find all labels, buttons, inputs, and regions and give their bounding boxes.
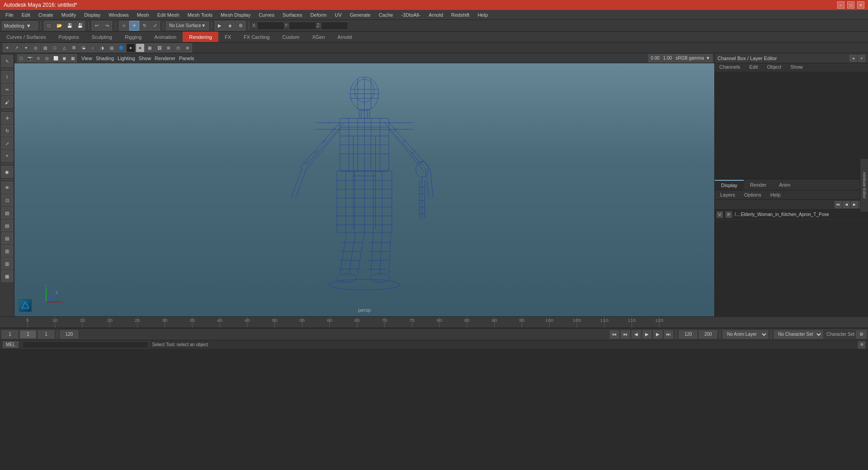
menu-create[interactable]: Create bbox=[35, 11, 57, 19]
layer-icon-5[interactable]: ▥ bbox=[1, 258, 13, 269]
viewport-panels-menu[interactable]: Panels bbox=[179, 56, 194, 61]
isolate-icon[interactable]: ⊙ bbox=[34, 54, 42, 62]
save-button[interactable]: 💾 bbox=[65, 21, 75, 31]
range-end-input-2[interactable] bbox=[679, 330, 697, 338]
command-line-input[interactable] bbox=[22, 341, 149, 348]
viewport-view-menu[interactable]: View bbox=[81, 56, 92, 61]
go-to-end-button[interactable]: ⏭ bbox=[664, 330, 673, 338]
physical-sky-icon[interactable]: 🌤 bbox=[79, 43, 88, 52]
frame-display-input[interactable] bbox=[38, 330, 54, 338]
z-coord[interactable] bbox=[321, 22, 348, 30]
ibl-icon[interactable]: 🔵 bbox=[117, 43, 126, 52]
help-subtab[interactable]: Help bbox=[767, 191, 784, 198]
ipr-button[interactable]: ◈ bbox=[225, 21, 235, 31]
tab-fx-caching[interactable]: FX Caching bbox=[237, 32, 276, 42]
layer-icon-4[interactable]: ▥ bbox=[1, 245, 13, 257]
directional-light-icon[interactable]: ↗ bbox=[12, 43, 21, 52]
select-tool-button[interactable]: ⊹ bbox=[119, 21, 129, 31]
lasso-tool-icon[interactable]: ⌇ bbox=[1, 71, 13, 83]
show-hide-icon[interactable]: 👁 bbox=[1, 182, 13, 193]
channels-tab[interactable]: Channels bbox=[715, 63, 745, 72]
redo-button[interactable]: ↪ bbox=[102, 21, 112, 31]
smooth-icon[interactable]: ▣ bbox=[60, 54, 68, 62]
move-icon[interactable]: ✛ bbox=[1, 112, 13, 124]
menu-mesh-display[interactable]: Mesh Display bbox=[217, 11, 254, 19]
camera-select-icon[interactable]: 📷 bbox=[26, 54, 34, 62]
render-view-icon[interactable]: 🖼 bbox=[155, 43, 164, 52]
channel-close-icon[interactable]: × bbox=[858, 55, 865, 62]
soft-mod-icon[interactable]: ◉ bbox=[1, 166, 13, 178]
attribute-editor-tab[interactable]: Attribute Editor bbox=[860, 158, 868, 212]
menu-help[interactable]: Help bbox=[474, 11, 491, 19]
menu-3dto-all[interactable]: -3DtoAll- bbox=[397, 11, 424, 19]
layer-icon-3[interactable]: ▤ bbox=[1, 232, 13, 244]
layer-prev-icon[interactable]: ⏮ bbox=[835, 201, 842, 208]
close-button[interactable]: × bbox=[857, 1, 864, 9]
sculpt-icon[interactable]: 🖌 bbox=[1, 96, 13, 108]
range-end-input[interactable] bbox=[60, 330, 78, 338]
layer-visibility-button[interactable]: V bbox=[717, 212, 723, 218]
expand-icon[interactable]: ◂ bbox=[849, 55, 857, 62]
viewport-show-menu[interactable]: Show bbox=[139, 56, 151, 61]
next-key-button[interactable]: ▶ bbox=[653, 330, 662, 338]
select-tool-icon[interactable]: ↖ bbox=[1, 55, 13, 67]
layer-presence-button[interactable]: P bbox=[726, 212, 732, 218]
menu-arnold[interactable]: Arnold bbox=[425, 11, 447, 19]
layer-icon-6[interactable]: ▦ bbox=[1, 270, 13, 282]
sky-dome-icon[interactable]: ○ bbox=[88, 43, 97, 52]
range-start-input[interactable] bbox=[2, 330, 18, 338]
open-file-button[interactable]: 📂 bbox=[54, 21, 64, 31]
tab-fx[interactable]: FX bbox=[218, 32, 237, 42]
go-to-start-button[interactable]: ⏮ bbox=[610, 330, 619, 338]
menu-generate[interactable]: Generate bbox=[346, 11, 374, 19]
textured-icon[interactable]: ▦ bbox=[69, 54, 77, 62]
prev-key-button[interactable]: ◀ bbox=[632, 330, 641, 338]
save-as-button[interactable]: 💾 bbox=[75, 21, 85, 31]
light-sphere-icon[interactable]: ● bbox=[136, 43, 145, 52]
menu-display[interactable]: Display bbox=[80, 11, 104, 19]
tab-rigging[interactable]: Rigging bbox=[118, 32, 148, 42]
x-coord[interactable] bbox=[257, 22, 284, 30]
layer-back-icon[interactable]: ◀ bbox=[843, 201, 850, 208]
menu-surfaces[interactable]: Surfaces bbox=[279, 11, 306, 19]
display-tab-anim[interactable]: Anim bbox=[773, 180, 797, 189]
tab-animation[interactable]: Animation bbox=[148, 32, 183, 42]
layer-fwd-icon[interactable]: ▶ bbox=[851, 201, 858, 208]
menu-edit-mesh[interactable]: Edit Mesh bbox=[154, 11, 183, 19]
tab-xgen[interactable]: XGen bbox=[306, 32, 331, 42]
playback-speed-input[interactable] bbox=[699, 330, 717, 338]
undo-button[interactable]: ↩ bbox=[92, 21, 102, 31]
edit-tab[interactable]: Edit bbox=[745, 63, 762, 72]
batch-render-icon[interactable]: ⊞ bbox=[164, 43, 173, 52]
volume-light-icon[interactable]: ⬡ bbox=[50, 43, 59, 52]
viewport-shading-menu[interactable]: Shading bbox=[96, 56, 114, 61]
target-icon[interactable]: ⊕ bbox=[183, 43, 192, 52]
wireframe-icon[interactable]: ⬜ bbox=[52, 54, 60, 62]
layer-item[interactable]: V P /...:Elderly_Woman_in_Kitchen_Apron_… bbox=[715, 210, 868, 220]
tab-curves-surfaces[interactable]: Curves / Surfaces bbox=[0, 32, 52, 42]
layers-subtab[interactable]: Layers bbox=[717, 191, 739, 198]
sun-icon[interactable]: ☀ bbox=[3, 43, 12, 52]
viewport[interactable]: ⬡ 📷 ⊙ ◎ ⬜ ▣ ▦ View Shading Lighting Show… bbox=[14, 53, 714, 316]
character-set-dropdown[interactable]: No Character Set bbox=[774, 330, 823, 338]
anim-settings-button[interactable]: ⚙ bbox=[856, 330, 866, 338]
tab-custom[interactable]: Custom bbox=[276, 32, 306, 42]
texture-icon[interactable]: ▤ bbox=[107, 43, 116, 52]
menu-curves[interactable]: Curves bbox=[255, 11, 278, 19]
mesh-light-icon[interactable]: △ bbox=[60, 43, 69, 52]
point-light-icon[interactable]: ✦ bbox=[22, 43, 31, 52]
tab-arnold[interactable]: Arnold bbox=[331, 32, 359, 42]
tab-sculpting[interactable]: Sculpting bbox=[85, 32, 118, 42]
tab-rendering[interactable]: Rendering bbox=[183, 32, 218, 42]
menu-deform[interactable]: Deform bbox=[307, 11, 330, 19]
scale-icon[interactable]: ⤢ bbox=[1, 137, 13, 149]
menu-edit[interactable]: Edit bbox=[18, 11, 34, 19]
scale-tool-button[interactable]: ⤢ bbox=[150, 21, 160, 31]
render-button[interactable]: ▶ bbox=[215, 21, 225, 31]
spot-light-icon[interactable]: ◎ bbox=[31, 43, 40, 52]
tab-polygons[interactable]: Polygons bbox=[52, 32, 85, 42]
step-back-button[interactable]: ⏮ bbox=[621, 330, 630, 338]
minimize-button[interactable]: − bbox=[837, 1, 844, 9]
viewport-lighting-menu[interactable]: Lighting bbox=[118, 56, 135, 61]
display-settings-icon[interactable]: ⊡ bbox=[1, 194, 13, 206]
